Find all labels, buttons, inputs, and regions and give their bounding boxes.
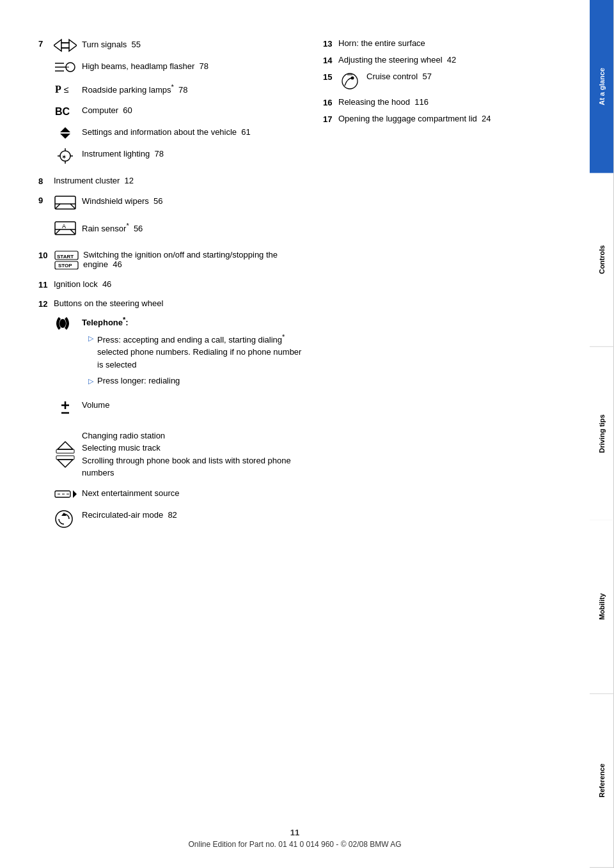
telephone-icon [54, 314, 82, 335]
item-12-label: Buttons on the steering wheel [54, 298, 304, 308]
recirculated-air-page[interactable]: 82 [168, 510, 177, 520]
wipers-icon [54, 195, 82, 213]
item-9-number: 9 [38, 195, 54, 205]
item-10-text: Switching the ignition on/off and starti… [83, 250, 304, 269]
item-12: 12 Buttons on the steering wheel [38, 298, 304, 537]
item-14-text: Adjusting the steering wheel 42 [338, 55, 588, 65]
sidebar-tabs: At a glance Controls Driving tips Mobili… [590, 0, 614, 868]
item-16-page[interactable]: 116 [414, 97, 429, 107]
telephone-bullet-1: ▷ Press: accepting and ending a call, st… [88, 332, 304, 371]
item-12-number: 12 [38, 298, 54, 309]
wipers-page[interactable]: 56 [154, 196, 162, 206]
svg-text:STOP: STOP [58, 263, 72, 268]
item-7-number: 7 [38, 38, 54, 49]
settings-text: Settings and information about the vehic… [82, 126, 304, 139]
item-13: 13 Horn: the entire surface [323, 38, 588, 49]
turn-signals-page[interactable]: 55 [132, 40, 141, 49]
instrument-lighting-icon: ✶ [54, 148, 82, 164]
high-beams-page[interactable]: 78 [200, 61, 209, 71]
sub-item-turn-signals: Turn signals 55 [54, 38, 304, 52]
instrument-lighting-page[interactable]: 78 [154, 149, 163, 159]
sub-item-high-beams: High beams, headlamp flasher 78 [54, 60, 304, 74]
item-15: 15 Cruise control 57 [323, 72, 588, 91]
item-11-text: Ignition lock 46 [54, 279, 304, 289]
sidebar-tab-mobility[interactable]: Mobility [590, 520, 614, 694]
item-17-page[interactable]: 24 [482, 114, 491, 123]
page-number: 11 [0, 828, 590, 837]
volume-icon [54, 399, 82, 422]
sub-item-radio: Changing radio station Selecting music t… [54, 430, 304, 479]
volume-text: Volume [82, 399, 304, 412]
item-11: 11 Ignition lock 46 [38, 279, 304, 290]
item-7: 7 Turn signals 55 [38, 38, 304, 172]
bullet-arrow-2: ▷ [88, 376, 93, 387]
item-13-number: 13 [323, 38, 338, 49]
right-column: 13 Horn: the entire surface 14 Adjusting… [323, 38, 588, 541]
sub-item-parking-lamps: P ≤ Roadside parking lamps* 78 [54, 82, 304, 97]
parking-lamps-page[interactable]: 78 [178, 85, 187, 95]
start-stop-icon: START STOP [54, 250, 83, 270]
sidebar-tab-at-a-glance[interactable]: At a glance [590, 0, 614, 173]
computer-page[interactable]: 60 [123, 105, 132, 115]
sidebar-tab-driving-tips[interactable]: Driving tips [590, 347, 614, 521]
sub-item-recirculated-air: Recirculated-air mode 82 [54, 509, 304, 529]
item-11-page[interactable]: 46 [102, 279, 111, 289]
svg-point-31 [59, 319, 66, 328]
sub-item-volume: Volume [54, 399, 304, 422]
item-8-number: 8 [38, 176, 54, 186]
high-beams-icon [54, 60, 82, 74]
footer: 11 Online Edition for Part no. 01 41 0 0… [0, 828, 590, 849]
item-15-page[interactable]: 57 [422, 72, 431, 81]
item-10-number: 10 [38, 250, 54, 260]
rain-sensor-page[interactable]: 56 [134, 224, 143, 233]
item-13-text: Horn: the entire surface [338, 38, 588, 48]
item-16: 16 Releasing the hood 116 [323, 97, 588, 107]
telephone-bullet-2: ▷ Press longer: redialing [88, 375, 304, 387]
copyright-text: Online Edition for Part no. 01 41 0 014 … [0, 840, 590, 849]
item-16-number: 16 [323, 97, 338, 107]
settings-page[interactable]: 61 [241, 127, 250, 137]
page-container: 7 Turn signals 55 [0, 0, 614, 868]
rain-sensor-icon: A [54, 221, 82, 238]
sub-item-rain-sensor: A Rain sensor* 56 [54, 221, 304, 238]
content-columns: 7 Turn signals 55 [38, 38, 588, 541]
svg-point-45 [351, 77, 354, 80]
item-14-number: 14 [323, 55, 338, 65]
svg-line-21 [70, 204, 75, 209]
svg-rect-35 [56, 449, 74, 453]
svg-marker-41 [73, 490, 77, 498]
next-source-icon [54, 487, 82, 501]
svg-text:A: A [62, 223, 66, 229]
item-10: 10 START STOP Switching the ignition on/… [38, 250, 304, 270]
svg-text:✶: ✶ [61, 153, 67, 160]
sub-item-wipers: Windshield wipers 56 [54, 195, 304, 213]
sidebar-tab-controls[interactable]: Controls [590, 173, 614, 347]
svg-text:BC: BC [55, 106, 70, 117]
item-8: 8 Instrument cluster 12 [38, 176, 304, 186]
item-17-text: Opening the luggage compartment lid 24 [338, 114, 588, 123]
computer-text: Computer 60 [82, 104, 304, 117]
bullet-arrow-1: ▷ [88, 333, 93, 344]
settings-arrows-icon [54, 126, 82, 140]
item-14-page[interactable]: 42 [447, 55, 456, 65]
item-10-page[interactable]: 46 [113, 260, 122, 269]
item-17: 17 Opening the luggage compartment lid 2… [323, 114, 588, 124]
sub-item-computer: BC Computer 60 [54, 104, 304, 118]
left-column: 7 Turn signals 55 [38, 38, 304, 541]
radio-arrows-icon [54, 440, 82, 469]
wipers-text: Windshield wipers 56 [82, 195, 304, 208]
sidebar-tab-reference[interactable]: Reference [590, 694, 614, 868]
item-11-number: 11 [38, 279, 54, 290]
next-source-text: Next entertainment source [82, 487, 304, 500]
recirculated-air-icon [54, 509, 82, 529]
item-8-page[interactable]: 12 [125, 176, 134, 185]
svg-line-25 [70, 229, 75, 235]
svg-rect-18 [55, 196, 75, 209]
svg-line-20 [55, 204, 60, 209]
svg-text:START: START [57, 254, 74, 260]
svg-text:≤: ≤ [64, 84, 69, 95]
svg-line-24 [55, 229, 60, 235]
main-content: 7 Turn signals 55 [0, 0, 614, 868]
svg-marker-10 [60, 127, 70, 132]
computer-bc-icon: BC [54, 104, 82, 118]
